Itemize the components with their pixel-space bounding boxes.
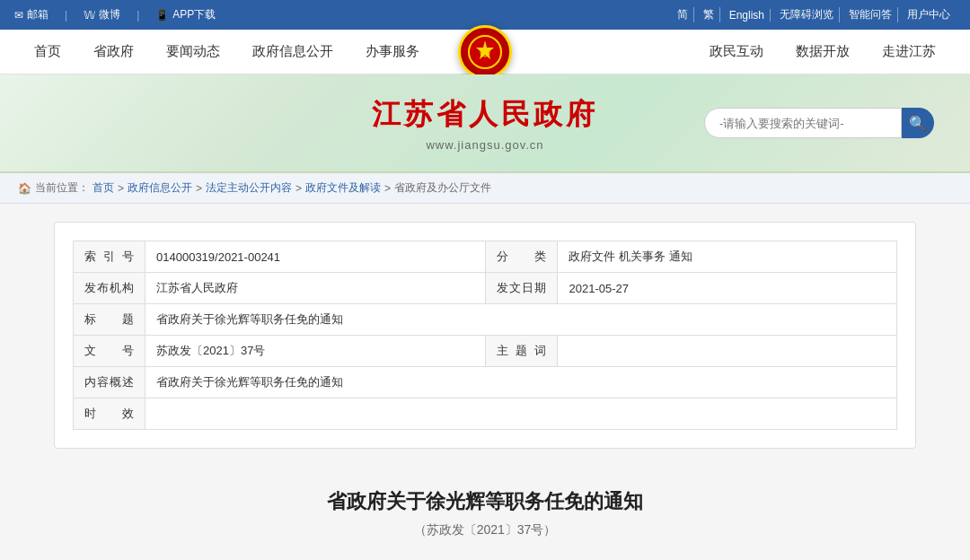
doc-no-label: 文 号 [74,336,146,367]
phone-icon: 📱 [155,9,169,22]
fan-link[interactable]: 繁 [698,7,720,22]
info-table: 索 引 号 014000319/2021-00241 分 类 政府文件 机关事务… [73,241,897,430]
app-label: APP下载 [172,7,216,22]
breadcrumb-sep2: > [196,182,202,195]
table-row-publisher: 发布机构 江苏省人民政府 发文日期 2021-05-27 [74,273,897,304]
breadcrumb-sep1: > [118,182,124,195]
doc-info-card: 索 引 号 014000319/2021-00241 分 类 政府文件 机关事务… [54,222,916,449]
publisher-value: 江苏省人民政府 [146,273,486,304]
jian-link[interactable]: 简 [672,7,694,22]
nav-home[interactable]: 首页 [18,30,77,74]
nav-interaction[interactable]: 政民互动 [693,30,780,74]
search-input[interactable] [704,108,902,138]
nav-services[interactable]: 办事服务 [349,30,436,74]
breadcrumb-sep3: > [295,182,302,195]
breadcrumb-current: 省政府及办公厅文件 [394,180,491,196]
divider2: | [137,9,139,22]
content-area: 索 引 号 014000319/2021-00241 分 类 政府文件 机关事务… [0,204,970,560]
banner: 江苏省人民政府 www.jiangsu.gov.cn 🔍 [0,74,970,173]
user-center-link[interactable]: 用户中心 [902,7,956,22]
index-no-label: 索 引 号 [74,241,146,273]
search-button[interactable]: 🔍 [902,108,934,138]
table-row-index: 索 引 号 014000319/2021-00241 分 类 政府文件 机关事务… [74,241,897,273]
site-url: www.jiangsu.gov.cn [372,138,598,152]
nav-links-left: 首页 省政府 要闻动态 政府信息公开 办事服务 [18,30,436,74]
gov-emblem [458,25,512,79]
weibo-label: 微博 [99,7,120,22]
nav-province-gov[interactable]: 省政府 [77,30,150,74]
breadcrumb-info-public[interactable]: 政府信息公开 [128,180,192,196]
table-row-content-desc: 内容概述 省政府关于徐光辉等职务任免的通知 [74,367,897,398]
breadcrumb-home[interactable]: 首页 [93,180,114,196]
doc-title-section: 省政府关于徐光辉等职务任免的通知 （苏政发〔2021〕37号） [54,467,916,549]
subject-label: 主 题 词 [486,336,558,367]
content-desc-label: 内容概述 [74,367,146,398]
breadcrumb-law-disclosure[interactable]: 法定主动公开内容 [206,180,292,196]
content-desc-value: 省政府关于徐光辉等职务任免的通知 [146,367,897,398]
emblem-svg [468,35,502,69]
nav-data-open[interactable]: 数据开放 [780,30,866,74]
index-no-value: 014000319/2021-00241 [146,241,486,273]
nav-info-public[interactable]: 政府信息公开 [236,30,349,74]
email-icon: ✉ [14,9,23,22]
table-row-docno: 文 号 苏政发〔2021〕37号 主 题 词 [74,336,897,367]
top-bar-left: ✉ 邮箱 | 𝕎 微博 | 📱 APP下载 [14,7,216,22]
breadcrumb-sep4: > [384,182,391,195]
pub-date-value: 2021-05-27 [558,273,897,304]
nav-links-right: 政民互动 数据开放 走进江苏 [693,30,952,74]
doc-main-title: 省政府关于徐光辉等职务任免的通知 [90,488,880,515]
divider1: | [65,9,67,22]
top-bar-right: 简 繁 English 无障碍浏览 智能问答 用户中心 [672,7,956,22]
category-label: 分 类 [486,241,558,273]
publisher-label: 发布机构 [74,273,146,304]
nav-news[interactable]: 要闻动态 [150,30,236,74]
title-value: 省政府关于徐光辉等职务任免的通知 [146,304,897,336]
table-row-validity: 时 效 [74,398,897,430]
site-title: 江苏省人民政府 [372,95,598,135]
doc-subtitle: （苏政发〔2021〕37号） [90,522,880,538]
doc-no-value: 苏政发〔2021〕37号 [146,336,486,367]
validity-value [146,398,897,430]
barrier-free-link[interactable]: 无障碍浏览 [774,7,840,22]
weibo-icon: 𝕎 [84,9,95,22]
breadcrumb-label: 当前位置： [35,180,89,196]
title-label: 标 题 [74,304,146,336]
search-icon: 🔍 [909,115,927,132]
subject-value [558,336,897,367]
table-row-title: 标 题 省政府关于徐光辉等职务任免的通知 [74,304,897,336]
pub-date-label: 发文日期 [486,273,558,304]
breadcrumb-home-icon: 🏠 [18,182,31,195]
english-link[interactable]: English [724,9,771,22]
category-value: 政府文件 机关事务 通知 [558,241,897,273]
breadcrumb-doc-reading[interactable]: 政府文件及解读 [305,180,381,196]
smart-qa-link[interactable]: 智能问答 [843,7,898,22]
banner-title-block: 江苏省人民政府 www.jiangsu.gov.cn [372,95,598,152]
search-box: 🔍 [704,108,934,138]
nav-emblem-container [458,25,512,79]
breadcrumb: 🏠 当前位置： 首页 > 政府信息公开 > 法定主动公开内容 > 政府文件及解读… [0,173,970,204]
email-label: 邮箱 [27,7,48,22]
validity-label: 时 效 [74,398,146,430]
nav-about-jiangsu[interactable]: 走进江苏 [866,30,952,74]
weibo-link[interactable]: 𝕎 微博 [84,7,120,22]
email-link[interactable]: ✉ 邮箱 [14,7,48,22]
main-nav: 首页 省政府 要闻动态 政府信息公开 办事服务 政民互动 数据开放 走进江苏 [0,30,970,74]
app-link[interactable]: 📱 APP下载 [155,7,216,22]
